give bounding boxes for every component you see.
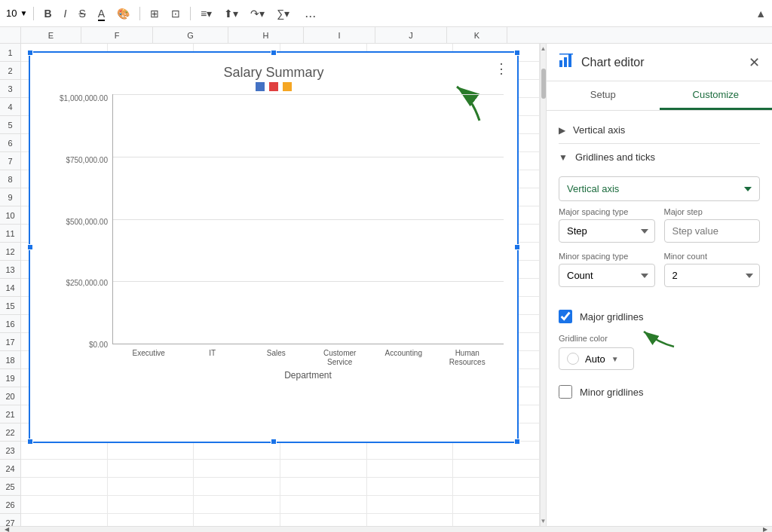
row-num-14[interactable]: 14 (0, 279, 20, 297)
row-num-3[interactable]: 3 (0, 80, 20, 98)
bars-and-x: Executive IT Sales CustomerService Accou… (112, 94, 504, 381)
x-label-it: IT (182, 346, 244, 367)
tab-setup[interactable]: Setup (547, 81, 660, 110)
grid-row (21, 442, 540, 460)
legend-series-1 (256, 82, 265, 91)
row-num-23[interactable]: 23 (0, 442, 20, 460)
row-num-17[interactable]: 17 (0, 333, 20, 351)
y-label-0: $0.00 (41, 341, 112, 349)
row-num-6[interactable]: 6 (0, 134, 20, 152)
chart-title: Salary Summary (38, 65, 510, 81)
fill-color-button[interactable]: 🎨 (113, 5, 133, 22)
scroll-right-button[interactable]: ▶ (761, 526, 769, 532)
align-horizontal-button[interactable]: ≡▾ (197, 5, 216, 22)
row-num-20[interactable]: 20 (0, 387, 20, 405)
gridlines-ticks-content: Vertical axis Horizontal axis Major spac… (547, 176, 772, 302)
row-num-18[interactable]: 18 (0, 351, 20, 369)
resize-handle-tr[interactable] (514, 50, 520, 56)
row-num-9[interactable]: 9 (0, 188, 20, 206)
resize-handle-br[interactable] (514, 439, 520, 445)
svg-rect-2 (564, 57, 567, 67)
sheet-grid: 1 2 3 4 5 6 7 8 9 10 11 12 13 14 15 16 1… (0, 44, 540, 526)
resize-handle-ml[interactable] (27, 244, 33, 250)
major-gridlines-label[interactable]: Major gridlines (580, 311, 644, 323)
row-num-2[interactable]: 2 (0, 62, 20, 80)
col-header-k[interactable]: K (447, 27, 507, 43)
close-editor-button[interactable]: ✕ (749, 54, 760, 71)
bold-button[interactable]: B (40, 5, 55, 22)
row-num-11[interactable]: 11 (0, 225, 20, 243)
scrollbar-track[interactable] (11, 527, 761, 532)
functions-button[interactable]: ∑▾ (273, 5, 293, 22)
resize-handle-bc[interactable] (271, 439, 277, 445)
strikethrough-button[interactable]: S (75, 5, 89, 22)
major-gridlines-checkbox[interactable] (559, 310, 572, 323)
major-step-input[interactable] (664, 219, 761, 243)
toolbar: 10 ▼ B I S A 🎨 ⊞ ⊡ ≡▾ ⬆▾ ↷▾ ∑▾ ... ▲ (0, 0, 772, 27)
resize-handle-tl[interactable] (27, 50, 33, 56)
resize-handle-mr[interactable] (514, 244, 520, 250)
underline-button[interactable]: A (94, 5, 109, 22)
chevron-down-icon: ▼ (559, 152, 568, 163)
section-gridlines-ticks[interactable]: ▼ Gridlines and ticks (547, 144, 772, 170)
y-label-750000: $750,000.00 (41, 156, 112, 164)
section-vertical-axis[interactable]: ▶ Vertical axis (547, 117, 772, 143)
row-num-12[interactable]: 12 (0, 243, 20, 261)
gridline-color-button[interactable]: Auto ▼ (559, 347, 634, 370)
borders-button[interactable]: ⊞ (146, 5, 163, 22)
row-num-21[interactable]: 21 (0, 405, 20, 423)
row-num-16[interactable]: 16 (0, 315, 20, 333)
font-size-group: 10 ▼ (6, 8, 27, 19)
col-header-j[interactable]: J (375, 27, 447, 43)
y-axis-labels: $1,000,000.00 $750,000.00 $500,000.00 $2… (41, 94, 112, 381)
row-num-7[interactable]: 7 (0, 152, 20, 170)
divider-2 (139, 7, 140, 20)
row-num-24[interactable]: 24 (0, 460, 20, 478)
legend-series-3 (283, 82, 292, 91)
text-rotation-button[interactable]: ↷▾ (247, 5, 268, 22)
row-num-25[interactable]: 25 (0, 478, 20, 496)
font-size-chevron[interactable]: ▼ (20, 9, 27, 17)
col-header-h[interactable]: H (228, 27, 304, 43)
collapse-toolbar-button[interactable]: ▲ (755, 8, 766, 20)
major-step-group: Major step (664, 207, 761, 243)
row-num-27[interactable]: 27 (0, 514, 20, 526)
major-step-label: Major step (664, 207, 761, 216)
minor-gridlines-checkbox[interactable] (559, 385, 572, 399)
chart-container[interactable]: ⋮ Salary Summary (29, 51, 519, 443)
row-num-1[interactable]: 1 (0, 44, 20, 62)
vertical-scrollbar[interactable]: ▲ ▼ (540, 44, 546, 526)
minor-count-dropdown[interactable]: 1 2 3 4 5 (664, 264, 761, 287)
resize-handle-tc[interactable] (271, 50, 277, 56)
svg-rect-4 (559, 54, 573, 55)
axis-selector-dropdown[interactable]: Vertical axis Horizontal axis (559, 176, 760, 201)
scroll-left-button[interactable]: ◀ (3, 526, 11, 532)
scrollbar-thumb[interactable] (541, 69, 546, 99)
row-num-26[interactable]: 26 (0, 496, 20, 514)
row-num-19[interactable]: 19 (0, 369, 20, 387)
row-num-10[interactable]: 10 (0, 206, 20, 225)
tab-customize[interactable]: Customize (660, 81, 773, 110)
resize-handle-bl[interactable] (27, 439, 33, 445)
align-vertical-button[interactable]: ⬆▾ (220, 5, 242, 22)
merge-cells-button[interactable]: ⊡ (167, 5, 184, 22)
col-header-g[interactable]: G (153, 27, 228, 43)
chart-editor-icon (559, 53, 574, 72)
row-num-22[interactable]: 22 (0, 423, 20, 442)
row-num-13[interactable]: 13 (0, 261, 20, 279)
minor-spacing-group: Minor spacing type Count Step Auto (559, 252, 655, 287)
more-options-button[interactable]: ... (301, 3, 320, 23)
major-spacing-dropdown[interactable]: Step Count Auto (559, 219, 655, 243)
minor-count-group: Minor count 1 2 3 4 5 (664, 252, 761, 287)
row-num-8[interactable]: 8 (0, 170, 20, 188)
col-header-e[interactable]: E (21, 27, 81, 43)
svg-rect-1 (559, 60, 562, 67)
row-num-15[interactable]: 15 (0, 297, 20, 315)
col-header-i[interactable]: I (304, 27, 375, 43)
minor-gridlines-label[interactable]: Minor gridlines (580, 387, 644, 398)
row-num-4[interactable]: 4 (0, 98, 20, 116)
col-header-f[interactable]: F (81, 27, 153, 43)
row-num-5[interactable]: 5 (0, 116, 20, 134)
minor-spacing-dropdown[interactable]: Count Step Auto (559, 264, 655, 287)
italic-button[interactable]: I (60, 5, 71, 22)
